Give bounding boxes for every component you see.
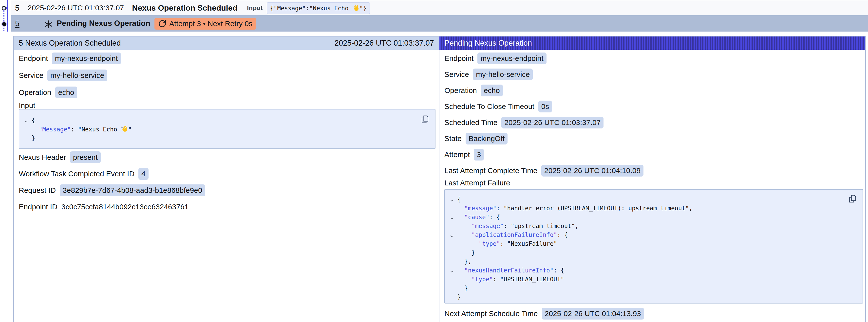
collapse-chevron-icon[interactable]: [24, 117, 32, 124]
detail-label: Endpoint: [19, 54, 48, 63]
retry-badge-text: Attempt 3 • Next Retry 0s: [169, 20, 252, 28]
failure-block-label: Last Attempt Failure: [444, 179, 863, 187]
value-chip: 4: [138, 168, 149, 180]
detail-row-endpoint: Endpoint my-nexus-endpoint: [19, 50, 435, 67]
detail-label: Schedule To Close Timeout: [444, 102, 534, 111]
value-chip: my-hello-service: [473, 68, 533, 80]
value-chip: 0s: [538, 101, 552, 112]
timeline-active-bar: [7, 0, 8, 32]
value-chip: 2025-02-26 UTC 01:03:37.07: [501, 117, 603, 128]
waving-hand-emoji: [121, 126, 128, 133]
detail-label: Request ID: [19, 186, 56, 195]
detail-label: Service: [19, 71, 43, 79]
copy-icon[interactable]: [422, 115, 429, 124]
pending-title: Pending Nexus Operation: [57, 19, 150, 28]
json-line: {: [24, 116, 429, 125]
json-line: }: [450, 293, 856, 301]
waving-hand-emoji: [352, 5, 360, 12]
detail-row-service: Service my-hello-service: [19, 67, 435, 84]
detail-label: Operation: [444, 86, 477, 95]
json-line: }: [450, 248, 856, 257]
asterisk-icon: [45, 20, 53, 29]
pending-operation-header-title: Pending Nexus Operation: [444, 39, 532, 47]
detail-label: State: [444, 134, 462, 143]
json-line: "Message": "Nexus Echo ": [24, 125, 429, 134]
collapse-chevron-icon[interactable]: [450, 196, 457, 203]
event-input-label: Input: [247, 4, 263, 12]
detail-label: Attempt: [444, 151, 470, 159]
detail-label: Endpoint ID: [19, 203, 58, 211]
timeline-dotted-line: [3, 10, 4, 32]
json-lines: {"message": "handler error (UPSTREAM_TIM…: [450, 195, 856, 301]
event-title: Nexus Operation Scheduled: [132, 3, 237, 12]
pending-row-next-attempt-schedule-time: Next Attempt Schedule Time 2025-02-26 UT…: [444, 305, 863, 322]
collapse-chevron-icon[interactable]: [450, 267, 457, 274]
pending-operation-header: Pending Nexus Operation: [439, 36, 865, 50]
detail-row-nexus-header: Nexus Header present: [19, 149, 435, 165]
pending-row-scheduled-time: Scheduled Time 2025-02-26 UTC 01:03:37.0…: [444, 115, 863, 130]
pending-operation-panel: Pending Nexus Operation Endpoint my-nexu…: [439, 36, 866, 322]
pending-row-state: State BackingOff: [444, 130, 863, 147]
detail-panels: 5 Nexus Operation Scheduled 2025-02-26 U…: [13, 36, 866, 322]
detail-label: Next Attempt Schedule Time: [444, 310, 538, 318]
detail-row-endpoint-id: Endpoint ID 3c0c75ccfa8144b092c13ce63246…: [19, 198, 435, 215]
value-chip: 2025-02-26 UTC 01:04:10.09: [541, 165, 644, 176]
value-chip: 2025-02-26 UTC 01:04:13.93: [542, 308, 644, 320]
value-chip: present: [70, 151, 101, 163]
event-details-header-title: 5 Nexus Operation Scheduled: [19, 39, 121, 47]
detail-label: Workflow Task Completed Event ID: [19, 170, 134, 178]
detail-label: Endpoint: [444, 54, 473, 63]
event-history-page: 5 2025-02-26 UTC 01:03:37.07 Nexus Opera…: [0, 0, 868, 322]
json-line: "message": "upstream timeout",: [450, 222, 856, 230]
detail-row-operation: Operation echo: [19, 84, 435, 101]
value-chip: my-nexus-endpoint: [52, 53, 121, 64]
pending-row-schedule-to-close-timeout: Schedule To Close Timeout 0s: [444, 98, 863, 115]
json-line: }: [24, 134, 429, 142]
json-line: "type": "UPSTREAM_TIMEOUT": [450, 275, 856, 284]
value-chip: echo: [55, 87, 77, 98]
value-chip: echo: [481, 85, 503, 96]
pending-row-endpoint: Endpoint my-nexus-endpoint: [444, 50, 863, 66]
pending-row-operation: Operation echo: [444, 82, 863, 98]
event-details-header: 5 Nexus Operation Scheduled 2025-02-26 U…: [14, 36, 439, 50]
event-timestamp: 2025-02-26 UTC 01:03:37.07: [28, 4, 124, 12]
json-line: "applicationFailureInfo": {: [450, 230, 856, 239]
event-row-nexus-operation-scheduled[interactable]: 5 2025-02-26 UTC 01:03:37.07 Nexus Opera…: [11, 0, 868, 15]
json-line: "cause": {: [450, 213, 856, 222]
retry-badge: Attempt 3 • Next Retry 0s: [154, 18, 256, 30]
detail-label: Nexus Header: [19, 153, 66, 161]
timeline-node-pending-icon: [1, 22, 7, 27]
event-details-header-timestamp: 2025-02-26 UTC 01:03:37.07: [335, 39, 434, 47]
input-json-block: {"Message": "Nexus Echo "}: [19, 109, 435, 149]
event-input-preview: {"Message":"Nexus Echo "}: [267, 2, 370, 14]
event-id-link[interactable]: 5: [15, 3, 24, 12]
pending-row-attempt: Attempt 3: [444, 147, 863, 162]
pending-row-last-attempt-complete-time: Last Attempt Complete Time 2025-02-26 UT…: [444, 162, 863, 179]
event-details-panel: 5 Nexus Operation Scheduled 2025-02-26 U…: [13, 36, 439, 322]
detail-row-workflow-task-completed-event-id: Workflow Task Completed Event ID 4: [19, 165, 435, 182]
retry-icon: [158, 20, 166, 28]
input-block-label: Input: [19, 101, 435, 109]
pending-nexus-operation-row[interactable]: 5 Pending Nexus Operation Attempt 3 • Ne…: [11, 15, 868, 32]
copy-icon[interactable]: [849, 195, 856, 203]
timeline-node-scheduled-icon: [2, 6, 6, 10]
json-lines: {"Message": "Nexus Echo "}: [24, 116, 429, 142]
failure-json-block: {"message": "handler error (UPSTREAM_TIM…: [444, 189, 863, 303]
value-chip: BackingOff: [466, 133, 507, 144]
json-line: }: [450, 284, 856, 293]
collapse-chevron-icon[interactable]: [450, 214, 457, 220]
json-line: {: [450, 195, 856, 204]
detail-label: Last Attempt Complete Time: [444, 166, 537, 175]
collapse-chevron-icon[interactable]: [450, 232, 457, 238]
json-line: "message": "handler error (UPSTREAM_TIME…: [450, 204, 856, 213]
pending-event-id-link[interactable]: 5: [15, 19, 24, 28]
value-chip: 3: [474, 149, 484, 161]
json-line: "type": "NexusFailure": [450, 239, 856, 248]
detail-label: Scheduled Time: [444, 118, 497, 127]
detail-row-request-id: Request ID 3e829b7e-7d67-4b08-aad3-b1e86…: [19, 182, 435, 198]
json-line: },: [450, 257, 856, 266]
json-line: "nexusHandlerFailureInfo": {: [450, 266, 856, 275]
endpoint-id-link[interactable]: 3c0c75ccfa8144b092c13ce632463761: [61, 203, 188, 211]
value-chip: my-hello-service: [48, 69, 107, 82]
pending-operation-body: Endpoint my-nexus-endpoint Service my-he…: [439, 50, 865, 322]
